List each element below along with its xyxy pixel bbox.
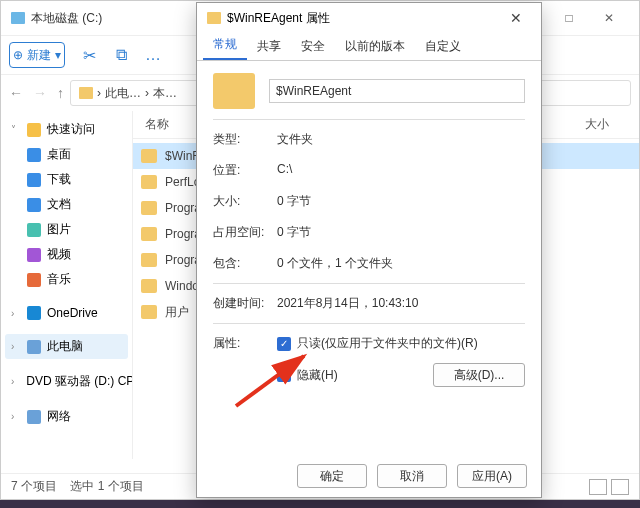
big-folder-icon [213, 73, 255, 109]
apply-button[interactable]: 应用(A) [457, 464, 527, 488]
status-selected: 选中 1 个项目 [70, 479, 143, 493]
new-label: 新建 [27, 47, 51, 64]
dialog-close-button[interactable]: ✕ [501, 10, 531, 26]
drive-icon [11, 12, 25, 24]
tab-general[interactable]: 常规 [203, 31, 247, 60]
sidebar-item[interactable]: ›网络 [5, 404, 128, 429]
hidden-label: 隐藏(H) [297, 367, 338, 384]
window-title: 本地磁盘 (C:) [31, 10, 102, 27]
close-button[interactable]: ✕ [589, 11, 629, 25]
folder-icon [141, 201, 157, 215]
properties-dialog: $WinREAgent 属性 ✕ 常规 共享 安全 以前的版本 自定义 $Win… [196, 2, 542, 498]
sidebar-item[interactable]: 图片 [5, 217, 128, 242]
location-value: C:\ [277, 162, 525, 179]
type-label: 类型: [213, 131, 277, 148]
created-value: 2021年8月14日，10:43:10 [277, 295, 525, 312]
sidebar-item[interactable]: ›此电脑 [5, 334, 128, 359]
location-label: 位置: [213, 162, 277, 179]
sidebar-label: 快速访问 [47, 121, 95, 138]
folder-icon [79, 87, 93, 99]
dialog-titlebar: $WinREAgent 属性 ✕ [197, 3, 541, 33]
advanced-button[interactable]: 高级(D)... [433, 363, 525, 387]
maximize-button[interactable]: □ [549, 11, 589, 25]
sidebar-icon [27, 273, 41, 287]
sidebar-item[interactable]: 桌面 [5, 142, 128, 167]
folder-icon [141, 175, 157, 189]
created-label: 创建时间: [213, 295, 277, 312]
sidebar-icon [27, 173, 41, 187]
type-value: 文件夹 [277, 131, 525, 148]
ok-button[interactable]: 确定 [297, 464, 367, 488]
folder-name-input[interactable]: $WinREAgent [269, 79, 525, 103]
sidebar-item[interactable]: ›DVD 驱动器 (D:) CP [5, 369, 128, 394]
sidebar-icon [27, 123, 41, 137]
dialog-tabs: 常规 共享 安全 以前的版本 自定义 [197, 33, 541, 61]
sidebar-item[interactable]: 音乐 [5, 267, 128, 292]
sidebar-label: 此电脑 [47, 338, 83, 355]
sidebar-icon [27, 198, 41, 212]
view-grid-icon[interactable] [611, 479, 629, 495]
nav-arrows: ← → ↑ [9, 85, 64, 101]
sidebar-label: 网络 [47, 408, 71, 425]
contains-value: 0 个文件，1 个文件夹 [277, 255, 525, 272]
dialog-body: $WinREAgent 类型:文件夹 位置:C:\ 大小:0 字节 占用空间:0… [197, 61, 541, 455]
dialog-title: $WinREAgent 属性 [227, 10, 330, 27]
tab-share[interactable]: 共享 [247, 33, 291, 60]
sidebar-icon [27, 410, 41, 424]
folder-icon [141, 279, 157, 293]
plus-icon: ⊕ [13, 48, 23, 62]
more-icon[interactable]: … [145, 47, 161, 63]
sidebar-item[interactable]: 文档 [5, 192, 128, 217]
sidebar-label: OneDrive [47, 306, 98, 320]
attrs-label: 属性: [213, 335, 277, 352]
chevron-down-icon: ▾ [55, 48, 61, 62]
folder-icon [141, 149, 157, 163]
breadcrumb-sep: › [97, 86, 101, 100]
sidebar-item[interactable]: 下载 [5, 167, 128, 192]
sidebar-label: 下载 [47, 171, 71, 188]
size-label: 大小: [213, 193, 277, 210]
sidebar-label: DVD 驱动器 (D:) CP [26, 373, 133, 390]
sidebar-label: 音乐 [47, 271, 71, 288]
forward-icon[interactable]: → [33, 85, 47, 101]
sidebar-icon [27, 248, 41, 262]
size-value: 0 字节 [277, 193, 525, 210]
folder-icon [141, 305, 157, 319]
sidebar-label: 文档 [47, 196, 71, 213]
cut-icon[interactable]: ✂ [81, 47, 97, 63]
new-button[interactable]: ⊕ 新建 ▾ [9, 42, 65, 68]
folder-icon [207, 12, 221, 24]
up-icon[interactable]: ↑ [57, 85, 64, 101]
sidebar-item[interactable]: 视频 [5, 242, 128, 267]
readonly-checkbox[interactable]: ✓ [277, 337, 291, 351]
sidebar-item[interactable]: ›OneDrive [5, 302, 128, 324]
sidebar-label: 桌面 [47, 146, 71, 163]
sidebar-icon [27, 340, 41, 354]
disk-label: 占用空间: [213, 224, 277, 241]
hidden-checkbox[interactable]: ✓ [277, 368, 291, 382]
sidebar-label: 视频 [47, 246, 71, 263]
cancel-button[interactable]: 取消 [377, 464, 447, 488]
breadcrumb-sep: › [145, 86, 149, 100]
view-list-icon[interactable] [589, 479, 607, 495]
contains-label: 包含: [213, 255, 277, 272]
folder-name-value: $WinREAgent [276, 84, 351, 98]
tab-custom[interactable]: 自定义 [415, 33, 471, 60]
tab-previous[interactable]: 以前的版本 [335, 33, 415, 60]
view-toggles [589, 479, 629, 495]
sidebar: ˅快速访问桌面下载文档图片视频音乐›OneDrive›此电脑›DVD 驱动器 (… [1, 111, 133, 459]
folder-icon [141, 227, 157, 241]
sidebar-icon [27, 223, 41, 237]
folder-icon [141, 253, 157, 267]
breadcrumb-here[interactable]: 本… [153, 85, 177, 102]
copy-icon[interactable]: ⧉ [113, 47, 129, 63]
sidebar-icon [27, 306, 41, 320]
file-name: 用户 [165, 304, 189, 321]
back-icon[interactable]: ← [9, 85, 23, 101]
sidebar-label: 图片 [47, 221, 71, 238]
status-items: 7 个项目 [11, 479, 57, 493]
tab-security[interactable]: 安全 [291, 33, 335, 60]
disk-value: 0 字节 [277, 224, 525, 241]
breadcrumb-home[interactable]: 此电… [105, 85, 141, 102]
sidebar-item[interactable]: ˅快速访问 [5, 117, 128, 142]
